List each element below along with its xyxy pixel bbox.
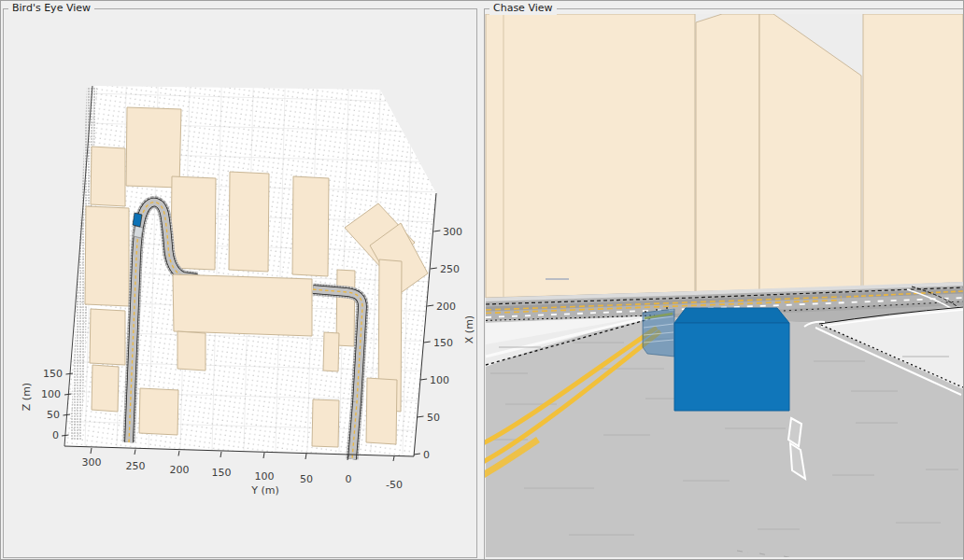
z-tick-label: 150 bbox=[43, 368, 63, 380]
building bbox=[292, 176, 329, 276]
x-tick-label: 150 bbox=[433, 337, 453, 349]
y-axis-label: Y (m) bbox=[250, 484, 279, 497]
building bbox=[323, 332, 339, 371]
y-tick-label: 200 bbox=[170, 464, 190, 476]
building-long bbox=[173, 274, 312, 336]
chase-buildings bbox=[486, 14, 963, 298]
y-tick-label: 100 bbox=[255, 470, 275, 483]
ego-top-face bbox=[674, 308, 789, 323]
building bbox=[91, 147, 125, 206]
x-tick-label: 0 bbox=[423, 449, 430, 461]
x-tick-label: 300 bbox=[443, 226, 462, 238]
x-tick-label: 250 bbox=[440, 263, 460, 275]
birds-eye-canvas[interactable]: 300 250 200 150 100 50 0 -50 Y (m) 0 50 … bbox=[4, 14, 476, 555]
ego-vehicle-box bbox=[133, 213, 142, 227]
ghost-vehicle-marker bbox=[134, 226, 143, 238]
x-tick-label: 100 bbox=[430, 374, 449, 386]
building bbox=[312, 399, 339, 447]
y-tick-label: -50 bbox=[386, 479, 403, 491]
building bbox=[366, 378, 397, 444]
x-axis-label: X (m) bbox=[463, 315, 475, 343]
building bbox=[92, 365, 119, 412]
z-tick-label: 50 bbox=[47, 409, 60, 421]
building bbox=[696, 14, 759, 293]
building bbox=[229, 172, 269, 272]
building bbox=[863, 14, 963, 292]
y-tick-label: 0 bbox=[346, 473, 352, 485]
x-tick-label: 50 bbox=[427, 412, 440, 424]
building bbox=[126, 107, 181, 188]
scene-canvas: 300 250 200 150 100 50 0 -50 Y (m) 0 50 … bbox=[1, 1, 964, 560]
z-tick-label: 100 bbox=[41, 388, 61, 400]
building bbox=[177, 331, 206, 371]
z-tick-label: 0 bbox=[52, 429, 59, 441]
x-tick-label: 200 bbox=[436, 301, 456, 313]
y-tick-label: 50 bbox=[300, 473, 313, 485]
y-tick-label: 250 bbox=[126, 460, 146, 472]
chase-canvas[interactable] bbox=[483, 14, 963, 558]
building bbox=[90, 309, 125, 365]
y-tick-label: 150 bbox=[212, 467, 232, 479]
ego-back-face bbox=[674, 323, 789, 411]
ghost-vehicle bbox=[643, 307, 674, 357]
building bbox=[171, 176, 216, 270]
ego-vehicle-cuboid bbox=[674, 308, 789, 411]
building bbox=[85, 206, 129, 306]
building bbox=[486, 14, 695, 298]
building bbox=[139, 388, 178, 435]
z-axis-label: Z (m) bbox=[21, 383, 33, 411]
matlab-figure-window: 300 250 200 150 100 50 0 -50 Y (m) 0 50 … bbox=[0, 0, 964, 560]
y-tick-label: 300 bbox=[82, 456, 102, 469]
